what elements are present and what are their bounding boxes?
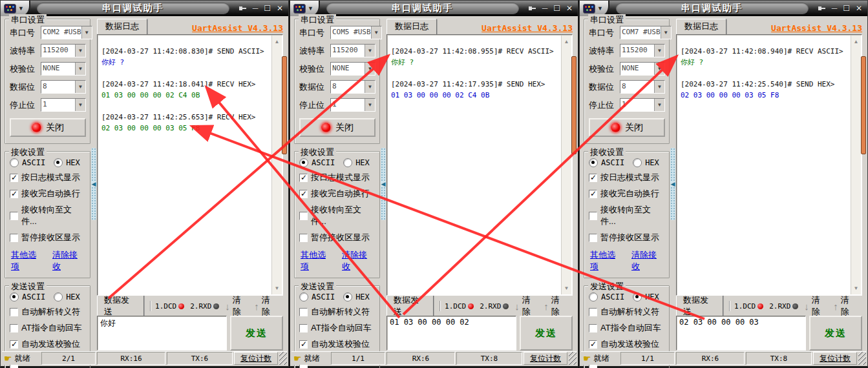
scroll-up-icon[interactable]: ▲ [272,37,282,46]
baud-select[interactable]: 115200 ▼ [41,44,86,57]
dropdown-arrow-icon[interactable]: ▼ [654,99,664,111]
brand-link[interactable]: UartAssist V4.3.13 [771,23,862,34]
clear-recv-button[interactable]: ↑ 清除 [544,294,567,318]
pin-icon[interactable] [818,5,826,12]
auto-checksum-checkbox[interactable] [10,340,18,349]
clear-send-button[interactable]: ↓ 清除 [804,294,828,318]
minimize-button[interactable]: ─ [253,5,259,12]
close-window-button[interactable]: ✕ [566,5,573,12]
clear-receive-link[interactable]: 清除接收 [342,249,374,272]
log-scrollbar[interactable]: ▲ ▼ [271,36,282,294]
baud-select[interactable]: 115200 ▼ [330,44,376,57]
auto-checksum-checkbox[interactable] [299,340,308,349]
clear-send-button[interactable]: ↓ 清除 [225,294,249,318]
baud-select[interactable]: 115200 ▼ [620,44,665,57]
maximize-button[interactable]: ☐ [264,5,271,12]
parity-select[interactable]: NONE ▼ [330,62,376,76]
log-mode-checkbox[interactable] [589,174,597,182]
recv-to-file-checkbox[interactable] [299,212,308,220]
auto-newline-checkbox[interactable] [299,190,308,198]
pin-icon[interactable] [238,5,247,12]
send-ascii-radio[interactable] [299,292,308,302]
recv-ascii-radio[interactable] [10,158,19,167]
stopbits-select[interactable]: 1 ▼ [620,98,665,112]
reset-count-button[interactable]: 复位计数 [524,352,567,365]
send-input[interactable]: 01 03 00 00 00 02 [386,316,516,351]
scroll-up-icon[interactable]: ▲ [562,37,571,46]
send-input[interactable]: 02 03 00 00 00 03 [676,316,806,351]
log-mode-checkbox[interactable] [10,174,18,182]
dropdown-arrow-icon[interactable]: ▼ [654,45,664,57]
recv-ascii-radio[interactable] [299,158,308,167]
clear-receive-link[interactable]: 清除接收 [52,249,85,272]
app-icon[interactable] [583,4,595,14]
dropdown-arrow-icon[interactable]: ▼ [365,81,375,93]
dropdown-arrow-icon[interactable]: ▼ [75,45,85,57]
dropdown-arrow-icon[interactable]: ▼ [654,81,664,93]
tab-data-log[interactable]: 数据日志 [386,19,437,35]
clear-receive-link[interactable]: 清除接收 [631,249,664,272]
log-scrollbar[interactable]: ▲ ▼ [851,36,861,294]
dropdown-arrow-icon[interactable]: ▼ [365,45,375,57]
log-area[interactable]: [2024-03-27 11:42:08.830]# SEND ASCII>你好… [98,36,272,294]
recv-ascii-radio[interactable] [589,158,598,167]
scroll-down-icon[interactable]: ▼ [851,283,861,293]
minimize-button[interactable]: ─ [542,5,548,12]
databits-select[interactable]: 8 ▼ [330,80,376,94]
dropdown-arrow-icon[interactable]: ▼ [75,81,85,93]
scroll-down-icon[interactable]: ▼ [562,283,571,293]
auto-checksum-checkbox[interactable] [589,340,597,349]
menu-caret-icon[interactable]: ▼ [308,5,313,12]
side-handle[interactable] [861,56,866,154]
port-select[interactable]: COM7 #USB ▼ [620,26,672,39]
side-handle[interactable] [571,56,577,154]
escape-parse-checkbox[interactable] [589,308,597,316]
menu-caret-icon[interactable]: ▼ [597,5,603,12]
recv-hex-radio[interactable] [54,158,63,167]
recv-hex-radio[interactable] [343,158,352,167]
reset-count-button[interactable]: 复位计数 [234,352,278,365]
maximize-button[interactable]: ☐ [843,5,850,12]
at-cr-checkbox[interactable] [10,324,18,332]
recv-hex-radio[interactable] [633,158,642,167]
scroll-up-icon[interactable]: ▲ [851,37,861,46]
maximize-button[interactable]: ☐ [553,5,560,12]
other-options-link[interactable]: 其他选项 [301,249,333,272]
parity-select[interactable]: NONE ▼ [41,62,86,76]
tab-data-log[interactable]: 数据日志 [97,19,147,35]
log-mode-checkbox[interactable] [299,174,308,182]
app-icon[interactable] [293,4,306,14]
send-input[interactable]: 你好 [97,316,227,351]
send-ascii-radio[interactable] [589,292,598,302]
auto-newline-checkbox[interactable] [589,190,597,198]
dropdown-arrow-icon[interactable]: ▼ [365,99,375,111]
at-cr-checkbox[interactable] [299,324,308,332]
log-scrollbar[interactable]: ▲ ▼ [561,36,571,294]
tab-data-log[interactable]: 数据日志 [676,19,726,35]
send-ascii-radio[interactable] [10,292,19,302]
panel-splitter[interactable]: ◀ [670,148,675,220]
panel-splitter[interactable]: ◀ [91,148,96,220]
log-area[interactable]: [2024-03-27 11:42:08.940]# RECV ASCII>你好… [677,36,851,294]
recv-to-file-checkbox[interactable] [10,212,18,220]
dropdown-arrow-icon[interactable]: ▼ [75,63,85,75]
clear-recv-button[interactable]: ↑ 清除 [254,294,278,318]
databits-select[interactable]: 8 ▼ [41,80,86,94]
dropdown-arrow-icon[interactable]: ▼ [654,63,664,75]
escape-parse-checkbox[interactable] [10,308,18,316]
stopbits-select[interactable]: 1 ▼ [330,98,376,112]
send-button[interactable]: 发送 [809,316,862,351]
close-port-button[interactable]: 关闭 [299,118,376,137]
databits-select[interactable]: 8 ▼ [620,80,665,94]
pause-display-checkbox[interactable] [10,234,18,242]
log-area[interactable]: [2024-03-27 11:42:08.955]# RECV ASCII>你好… [388,36,562,294]
port-select[interactable]: COM5 #USB ▼ [330,26,382,39]
close-port-button[interactable]: 关闭 [589,118,665,137]
other-options-link[interactable]: 其他选项 [11,249,43,272]
close-window-button[interactable]: ✕ [856,5,862,12]
side-handle[interactable] [282,56,287,154]
brand-link[interactable]: UartAssist V4.3.13 [192,23,283,34]
menu-caret-icon[interactable]: ▼ [18,5,24,12]
send-button[interactable]: 发送 [520,316,573,351]
minimize-button[interactable]: ─ [832,5,838,12]
